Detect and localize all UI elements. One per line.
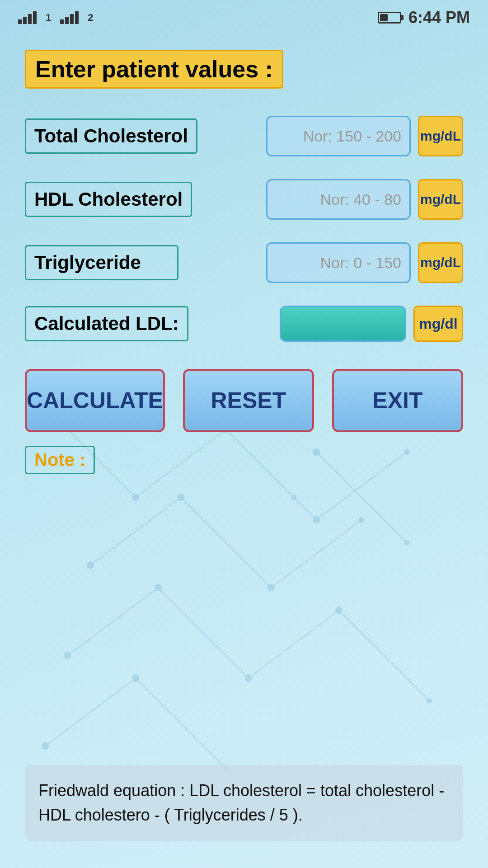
battery-icon xyxy=(378,12,401,24)
svg-line-9 xyxy=(249,610,339,678)
svg-point-27 xyxy=(427,698,432,703)
calculated-ldl-row: Calculated LDL: mg/dl xyxy=(25,306,463,342)
svg-point-28 xyxy=(42,742,49,750)
total-cholesterol-input[interactable] xyxy=(266,116,411,156)
triglyceride-input-area: mg/dL xyxy=(178,242,463,283)
main-content: Enter patient values : Total Cholesterol… xyxy=(0,32,488,501)
svg-line-5 xyxy=(181,497,271,588)
total-cholesterol-row: Total Cholesterol mg/dL xyxy=(25,116,463,156)
signal-2-label: 2 xyxy=(88,12,93,24)
hdl-cholesterol-row: HDL Cholesterol mg/dL xyxy=(25,179,463,220)
total-cholesterol-unit: mg/dL xyxy=(418,116,463,156)
hdl-cholesterol-input[interactable] xyxy=(266,179,411,220)
hdl-cholesterol-input-area: mg/dL xyxy=(192,179,463,220)
svg-line-12 xyxy=(136,678,226,769)
svg-line-6 xyxy=(271,520,361,588)
formula-text: Friedwald equation : LDL cholesterol = t… xyxy=(38,781,444,824)
svg-point-19 xyxy=(87,561,94,569)
buttons-row: CALCULATE RESET EXIT xyxy=(25,369,463,432)
clock: 6:44 PM xyxy=(408,8,470,27)
note-label: Note : xyxy=(25,446,95,474)
hdl-cholesterol-label: HDL Cholesterol xyxy=(25,182,192,217)
ldl-result-input[interactable] xyxy=(280,306,406,342)
signal-2 xyxy=(60,11,79,24)
total-cholesterol-input-area: mg/dL xyxy=(197,116,463,156)
svg-line-10 xyxy=(339,610,429,701)
status-bar: 1 2 6:44 PM xyxy=(0,0,488,32)
calculated-ldl-label: Calculated LDL: xyxy=(25,306,188,341)
svg-line-11 xyxy=(45,678,136,746)
triglyceride-row: Triglyceride mg/dL xyxy=(25,242,463,283)
svg-point-26 xyxy=(335,607,343,614)
status-right: 6:44 PM xyxy=(378,8,470,27)
exit-button[interactable]: EXIT xyxy=(332,369,463,432)
svg-line-4 xyxy=(90,497,181,565)
hdl-cholesterol-unit: mg/dL xyxy=(418,179,463,220)
svg-point-23 xyxy=(64,652,71,659)
triglyceride-input[interactable] xyxy=(266,242,411,283)
signal-1 xyxy=(18,11,37,24)
triglyceride-unit: mg/dL xyxy=(418,242,463,283)
svg-point-32 xyxy=(404,540,409,545)
reset-button[interactable]: RESET xyxy=(183,369,314,432)
svg-point-29 xyxy=(132,675,139,682)
svg-point-24 xyxy=(155,584,162,591)
svg-point-22 xyxy=(359,517,364,523)
total-cholesterol-label: Total Cholesterol xyxy=(25,118,197,154)
signal-1-label: 1 xyxy=(46,12,51,24)
formula-box: Friedwald equation : LDL cholesterol = t… xyxy=(25,765,463,841)
ldl-unit: mg/dl xyxy=(413,306,463,342)
svg-point-21 xyxy=(267,584,275,591)
ldl-input-area: mg/dl xyxy=(188,306,463,342)
signal-area: 1 2 xyxy=(18,11,94,24)
svg-line-8 xyxy=(158,588,249,678)
svg-point-17 xyxy=(313,516,320,524)
calculate-button[interactable]: CALCULATE xyxy=(25,369,165,432)
page-title: Enter patient values : xyxy=(25,50,283,89)
svg-line-7 xyxy=(68,588,158,656)
svg-point-25 xyxy=(245,675,252,682)
triglyceride-label: Triglyceride xyxy=(25,245,178,280)
